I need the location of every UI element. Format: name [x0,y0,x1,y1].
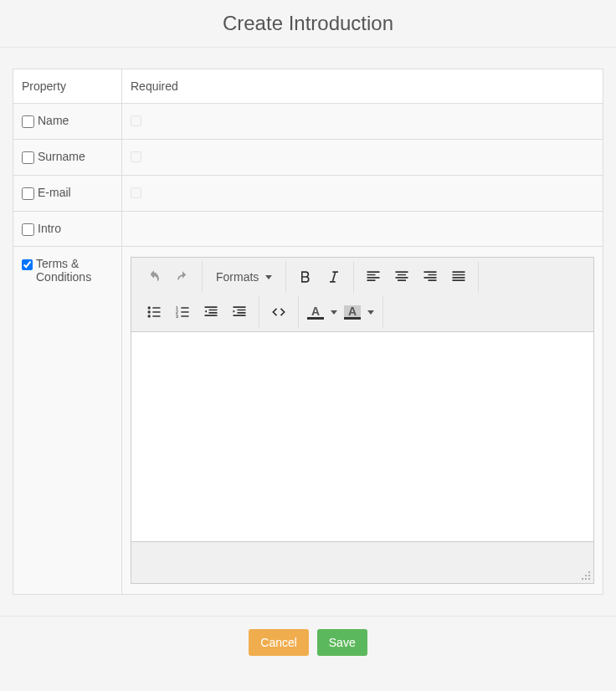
required-checkbox-surname[interactable] [131,151,141,162]
property-name[interactable]: Name [22,114,113,128]
redo-button[interactable] [168,263,197,291]
table-row: E-mail [13,176,603,212]
text-color-swatch: A [307,305,324,320]
required-checkbox-email[interactable] [131,187,141,198]
svg-point-8 [585,575,587,576]
italic-icon [326,269,342,285]
outdent-button[interactable] [197,298,225,326]
formats-label: Formats [216,270,259,284]
resize-grip-icon[interactable] [581,571,591,581]
editor-content-area[interactable] [131,332,593,541]
property-intro[interactable]: Intro [22,222,113,236]
bullet-list-button[interactable] [140,298,168,326]
table-row: Terms & Conditions [13,247,603,595]
property-terms[interactable]: Terms & Conditions [22,257,113,284]
cancel-button[interactable]: Cancel [249,629,309,656]
property-label: Terms & Conditions [36,257,113,284]
dialog-header: Create Introduction [0,0,616,48]
properties-table: Property Required Name [13,69,603,595]
property-label: Intro [38,222,61,235]
indent-button[interactable] [225,298,254,326]
align-justify-icon [450,269,467,285]
bold-icon [297,269,314,285]
dialog-title: Create Introduction [0,12,616,35]
table-row: Surname [13,140,603,176]
align-right-icon [422,269,439,285]
italic-button[interactable] [320,263,348,291]
svg-text:3: 3 [176,314,178,319]
text-color-button[interactable]: A [304,298,341,326]
svg-point-11 [582,578,583,580]
editor-toolbar: Formats [131,258,593,332]
caret-down-icon [265,275,272,279]
svg-point-6 [588,571,590,573]
table-row: Intro [13,212,603,247]
redo-icon [174,269,191,285]
align-justify-button[interactable] [444,263,473,291]
outdent-icon [203,304,219,320]
dialog-body: Property Required Name [0,48,616,616]
col-header-property: Property [13,69,122,104]
align-left-button[interactable] [359,263,388,291]
formats-dropdown[interactable]: Formats [208,263,280,291]
svg-point-10 [585,578,587,580]
code-icon [270,304,287,320]
property-checkbox-email[interactable] [22,187,34,200]
align-right-button[interactable] [416,263,444,291]
source-code-button[interactable] [264,298,293,326]
number-list-icon: 123 [174,304,191,320]
caret-down-icon [331,310,337,315]
property-checkbox-surname[interactable] [22,151,34,164]
required-checkbox-name[interactable] [131,115,141,126]
svg-point-0 [148,306,151,309]
property-checkbox-name[interactable] [22,115,34,128]
align-center-button[interactable] [388,263,416,291]
bold-button[interactable] [291,263,320,291]
property-label: Surname [38,150,85,163]
undo-button[interactable] [140,263,168,291]
property-checkbox-terms[interactable] [22,258,33,271]
bg-color-button[interactable]: A [341,298,377,326]
col-header-required: Required [122,69,603,104]
svg-point-1 [148,310,151,313]
property-label: E-mail [38,186,71,199]
align-center-icon [393,269,410,285]
property-label: Name [38,114,69,127]
property-email[interactable]: E-mail [22,186,113,200]
align-left-icon [365,269,382,285]
svg-point-7 [588,575,590,576]
dialog-footer: Cancel Save [0,616,616,668]
bg-color-swatch: A [344,305,361,320]
rich-text-editor: Formats [131,257,594,584]
undo-icon [146,269,162,285]
bullet-list-icon [146,304,162,320]
caret-down-icon [367,310,374,315]
svg-point-2 [148,315,151,317]
number-list-button[interactable]: 123 [168,298,197,326]
save-button[interactable]: Save [317,629,367,656]
property-surname[interactable]: Surname [22,150,113,164]
table-row: Name [13,104,603,140]
property-checkbox-intro[interactable] [22,223,34,236]
svg-point-9 [588,578,590,580]
indent-icon [231,304,248,320]
editor-statusbar [131,541,593,583]
